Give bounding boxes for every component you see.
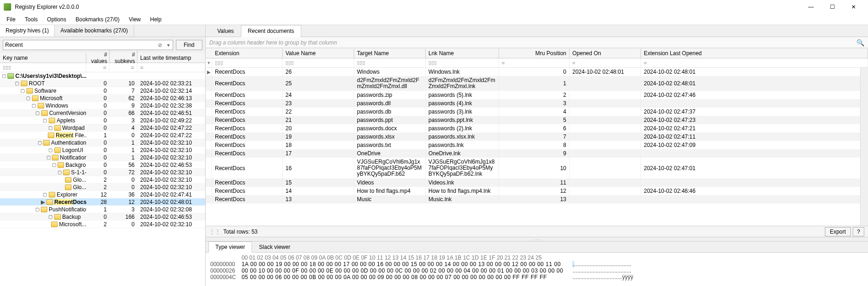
col-valuename[interactable]: Value Name [283,49,354,58]
group-bar[interactable]: Drag a column header here to group by th… [206,37,868,48]
table-row[interactable]: RecentDocs17OneDriveOneDrive.lnk9 [206,149,868,158]
tree-filter-row: ▯▯▯ = = = [0,63,205,72]
tree-label: Backgro... [65,162,86,168]
folder-icon [58,162,64,168]
table-row[interactable]: RecentDocs23passwords.dllpasswords (4).l… [206,99,868,108]
filter-subkeys[interactable]: = [110,63,137,72]
tab-available-bookmarks[interactable]: Available bookmarks (27/0) [55,25,134,37]
tab-registry-hives[interactable]: Registry hives (1) [0,25,55,37]
col-targetname[interactable]: Target Name [354,49,426,58]
tree-label: Microsoft [40,95,63,102]
grid-filter-mru[interactable]: = [499,58,570,67]
tree-label: Explorer [57,191,78,198]
grid-body[interactable]: ▶RecentDocs26WindowsWindows.lnk02024-10-… [206,68,868,226]
tree-row[interactable]: ▢Software072024-10-02 02:32:14 [0,87,205,95]
grid-filter-vn[interactable]: ▯▯▯ [283,58,354,67]
menu-help[interactable]: Help [146,15,165,24]
filter-handle[interactable]: ▾ [206,58,212,67]
filter-values[interactable]: = [86,63,110,72]
hex-view[interactable]: 00000000 00000026 0000004C 00 01 02 03 0… [206,253,868,286]
menu-bookmarks-[interactable]: Bookmarks (27/0) [72,15,123,24]
menu-options[interactable]: Options [43,15,70,24]
col-extension[interactable]: Extension [212,49,283,58]
grid-statusbar: ⋮⋮ Total rows: 53 Export ? [206,226,868,237]
search-icon[interactable]: 🔍 [856,39,864,46]
grid-filter-ln[interactable]: ▯▯▯ [426,58,499,67]
tree-row[interactable]: ▢CurrentVersion0662024-10-02 02:46:51 [0,109,205,117]
table-row[interactable]: RecentDocs25d2FmZmxld2FmZmxld2FmZmxld2Fm… [206,76,868,91]
grid-filter-open[interactable]: = [570,58,641,67]
dropdown-icon[interactable]: ▾ [164,42,173,48]
menu-view[interactable]: View [125,15,144,24]
table-row[interactable]: RecentDocs22passwords.dbpasswords (3).ln… [206,108,868,116]
export-button[interactable]: Export [825,227,851,236]
grid-filter-ext[interactable]: ▯▯▯ [212,58,283,67]
tree-row[interactable]: Glo...202024-10-02 02:32:10 [0,176,205,184]
table-row[interactable]: RecentDocs19passwords.xlsxpasswords.xlsx… [206,133,868,141]
tree-row[interactable]: ▢Backup01662024-10-02 02:46:53 [0,213,205,221]
tree-label: RecentDocs [54,199,86,205]
tree-label: PushNotifications [49,206,86,213]
tree-body[interactable]: ▢C:\Users\sy1vi3\Desktop\...▢ROOT0102024… [0,72,205,286]
tree-row[interactable]: ▢S-1-1-...0722024-10-02 02:32:10 [0,169,205,176]
maximize-button[interactable]: ☐ [822,0,843,14]
tree-row[interactable]: Recent File...102024-10-02 02:47:22 [0,132,205,139]
folder-icon [52,155,58,160]
find-button[interactable]: Find [176,40,202,50]
col-mru[interactable]: Mru Position [499,49,570,58]
tree-row[interactable]: ▢LogonUI012024-10-02 02:32:10 [0,146,205,154]
folder-icon [41,207,47,212]
clear-icon[interactable]: ⊘ [156,42,164,48]
tab-values[interactable]: Values [210,25,241,37]
grid-filter-last[interactable]: = [641,58,868,67]
table-row[interactable]: RecentDocs21passwords.pptpasswords.ppt.l… [206,116,868,124]
tree-row[interactable]: ▶RecentDocs28122024-10-02 02:48:01 [0,198,205,206]
grid-filter-tn[interactable]: ▯▯▯ [354,58,426,67]
table-row[interactable]: RecentDocs14How to find flags.mp4How to … [206,187,868,195]
scrollbar[interactable] [860,68,868,226]
splitter[interactable]: ····· [206,237,868,242]
col-extlast[interactable]: Extension Last Opened [641,49,868,58]
tab-slack-viewer[interactable]: Slack viewer [252,242,297,252]
table-row[interactable]: ▶RecentDocs26WindowsWindows.lnk02024-10-… [206,68,868,76]
table-row[interactable]: RecentDocs15VideosVideos.lnk11 [206,178,868,187]
col-keyname[interactable]: Key name [0,53,86,63]
folder-icon [63,170,70,175]
menu-file[interactable]: File [3,15,19,24]
tree-row[interactable]: ▢Applets032024-10-02 02:49:22 [0,117,205,124]
tree-row[interactable]: ▢Wordpad042024-10-02 02:47:22 [0,124,205,132]
table-row[interactable]: RecentDocs24passwords.zippasswords (5).l… [206,91,868,99]
tree-row[interactable]: ▢Explorer12362024-10-02 02:47:41 [0,191,205,198]
tree-label: Authentication [51,140,86,146]
tab-type-viewer[interactable]: Type viewer [208,242,252,253]
table-row[interactable]: RecentDocs18passwords.txtpasswords.lnk82… [206,141,868,149]
table-row[interactable]: RecentDocs16VJGSuERgCoVhl6mJg1x87faFOPIq… [206,158,868,178]
tree-row[interactable]: ▢Microsoft0622024-10-02 02:46:13 [0,95,205,102]
tab-recent-documents[interactable]: Recent documents [241,25,301,37]
col-openedon[interactable]: Opened On [570,49,641,58]
tree-row[interactable]: Microsoft...202024-10-02 02:32:10 [0,221,205,228]
tree-row[interactable]: ▢PushNotifications132024-10-02 02:32:08 [0,206,205,213]
folder-icon [51,222,58,227]
menu-tools[interactable]: Tools [21,15,41,24]
close-button[interactable]: ✕ [843,0,864,14]
filter-icon[interactable]: ▯▯▯ [3,65,11,70]
minimize-button[interactable]: — [800,0,822,14]
tree-row[interactable]: ▢Backgro...0562024-10-02 02:46:53 [0,161,205,169]
tree-row[interactable]: ▢Notifications012024-10-02 02:32:10 [0,154,205,161]
tree-row[interactable]: ▢Authentication012024-10-02 02:32:10 [0,139,205,146]
folder-icon [54,214,61,220]
help-button[interactable]: ? [853,227,864,236]
tree-row[interactable]: ▢ROOT0102024-10-02 02:33:21 [0,80,205,87]
search-input[interactable] [3,41,156,49]
filter-ts[interactable]: = [137,63,205,72]
col-timestamp[interactable]: Last write timestamp [137,53,205,63]
tree-row[interactable]: Glo...202024-10-02 02:32:10 [0,184,205,191]
folder-icon [41,110,48,116]
col-lnkname[interactable]: Lnk Name [426,49,499,58]
table-row[interactable]: RecentDocs13MusicMusic.lnk13 [206,195,868,203]
tree-row[interactable]: ▢C:\Users\sy1vi3\Desktop\... [0,72,205,80]
tree-row[interactable]: ▢Windows092024-10-02 02:32:38 [0,102,205,109]
table-row[interactable]: RecentDocs20passwords.docxpasswords (2).… [206,124,868,133]
bottom-tabs: Type viewer Slack viewer [206,242,868,253]
